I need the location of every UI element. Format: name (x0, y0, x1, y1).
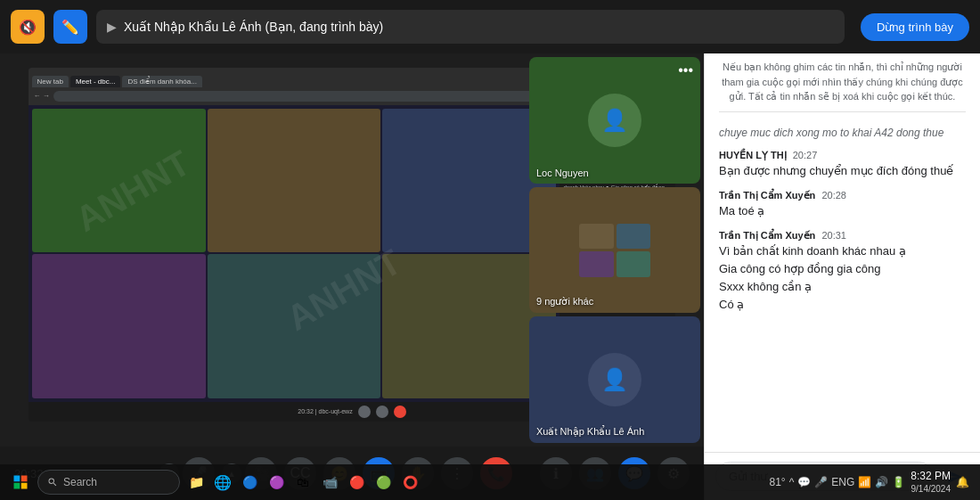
search-icon (47, 477, 58, 488)
start-button[interactable] (7, 469, 34, 496)
chat-msg-xuyen1: Trần Thị Cẩm Xuyến 20:28 Ma toé ạ (719, 190, 966, 219)
taskbar-app2[interactable]: 🟢 (371, 470, 396, 495)
group-thumb-4 (617, 251, 651, 277)
taskbar-app1[interactable]: 🔴 (344, 470, 369, 495)
nested-mic-btn (358, 406, 371, 418)
taskbar-right-area: 81° ^ 💬 🎤 ENG 📶 🔊 🔋 8:32 PM 9/14/2024 🔔 (769, 470, 973, 496)
nested-video-5 (208, 254, 381, 398)
meeting-title: Xuất Nhập Khẩu Lê Ánh (Bạn, đang trình b… (124, 20, 383, 34)
sender-xuyen1: Trần Thị Cẩm Xuyến (719, 190, 815, 201)
time-xuyen2: 20:31 (821, 230, 846, 241)
browser-tab: New tab (32, 76, 69, 87)
up-arrow-icon[interactable]: ^ (789, 476, 795, 488)
system-tray-icons: 81° ^ 💬 🎤 ENG 📶 🔊 🔋 (769, 476, 905, 488)
chat-msg-text-xuyen3: Gia công có hợp đồng gia công (719, 261, 966, 277)
group-thumb-2 (617, 224, 651, 250)
search-bar[interactable]: Search (37, 470, 180, 495)
svg-rect-3 (21, 483, 28, 489)
chat-msg-text-xuyen5: Có ạ (719, 297, 966, 313)
group-label: 9 người khác (536, 296, 593, 307)
lang-display: ENG (831, 476, 854, 488)
taskbar-store[interactable]: 🛍 (290, 470, 315, 495)
chat-system-text: chuye muc dich xong mo to khai A42 dong … (719, 127, 966, 139)
taskbar-teams[interactable]: 🟣 (264, 470, 289, 495)
taskbar-edge[interactable]: 🌐 (210, 470, 235, 495)
loc-nguyen-avatar: 👤 (588, 94, 641, 147)
meeting-title-bar: ▶ Xuất Nhập Khẩu Lê Ánh (Bạn, đang trình… (96, 10, 845, 44)
group-thumbnails (579, 224, 650, 277)
search-label: Search (63, 476, 97, 488)
mute-icon-btn[interactable]: 🔇 (11, 10, 45, 44)
nested-video-2 (208, 109, 381, 252)
time-huyen: 20:27 (793, 150, 818, 160)
nested-video-4 (32, 254, 206, 398)
chat-msg-text-xuyen2: Vì bản chất kinh doanh khác nhau ạ (719, 243, 966, 259)
clock-time: 8:32 PM (911, 470, 951, 484)
taskbar-zoom[interactable]: 📹 (317, 470, 342, 495)
nested-end-btn (394, 406, 406, 418)
system-clock[interactable]: 8:32 PM 9/14/2024 (911, 470, 951, 496)
taskbar-explorer[interactable]: 📁 (184, 470, 208, 495)
tray-icon-1[interactable]: 💬 (797, 476, 811, 488)
chat-msg-xuyen2: Trần Thị Cẩm Xuyến 20:31 Vì bản chất kin… (719, 230, 966, 314)
sender-xuyen2: Trần Thị Cẩm Xuyến (719, 230, 815, 241)
svg-rect-1 (21, 476, 28, 482)
stop-presenting-button[interactable]: Dừng trình bày (861, 13, 969, 41)
taskbar-pinned-apps: 📁 🌐 🔵 🟣 🛍 📹 🔴 🟢 ⭕ (184, 470, 422, 495)
chat-info-text: Nếu bạn không ghim các tin nhắn, thì chỉ… (719, 56, 966, 112)
nav-back: ← → (34, 92, 50, 100)
notification-icon[interactable]: 🔔 (956, 476, 969, 488)
chat-msg-header-xuyen2: Trần Thị Cẩm Xuyến 20:31 (719, 230, 966, 242)
mic-tray-icon[interactable]: 🎤 (814, 476, 828, 488)
sender-huyen: HUYỀN LỴ THỊ (719, 150, 787, 160)
svg-rect-0 (14, 476, 20, 482)
nested-video-grid (29, 105, 560, 402)
chat-msg-header-huyen: HUYỀN LỴ THỊ 20:27 (719, 150, 966, 161)
group-thumb-3 (579, 251, 614, 277)
browser-tab-active: Meet - dbc... (70, 76, 120, 87)
nested-video-1 (32, 109, 206, 252)
chat-msg-text-huyen: Bạn được nhưng chuyển mục đích đóng thuế (719, 163, 966, 179)
taskbar-app3[interactable]: ⭕ (397, 470, 422, 495)
browser-tab-ds: DS điểm danh khóa... (122, 76, 201, 87)
taskbar-chrome[interactable]: 🔵 (237, 470, 262, 495)
video-column: 👤 Loc Nguyen ••• 9 người khác 👤 Xuất Nhậ… (526, 53, 704, 447)
xnk-avatar: 👤 (588, 353, 641, 406)
clock-date: 9/14/2024 (911, 483, 951, 495)
chat-msg-text-xuyen1: Ma toé ạ (719, 203, 966, 219)
battery-icon[interactable]: 🔋 (892, 476, 905, 488)
video-group: 9 người khác (529, 187, 700, 314)
present-icon: ▶ (107, 20, 117, 34)
group-thumb-1 (579, 224, 614, 250)
wifi-icon[interactable]: 📶 (858, 476, 871, 488)
taskbar: Search 📁 🌐 🔵 🟣 🛍 📹 🔴 🟢 ⭕ 81° ^ 💬 🎤 ENG 📶… (0, 464, 980, 500)
chat-msg-text-xuyen4: Sxxx không cần ạ (719, 279, 966, 295)
chat-msg-system: chuye muc dich xong mo to khai A42 dong … (719, 127, 966, 139)
chat-panel: Tin nhắn trong cuộc gọi ✕ Nếu bạn không … (704, 0, 980, 500)
windows-logo-icon (12, 474, 29, 490)
edit-icon-btn[interactable]: ✏️ (53, 10, 87, 44)
loc-nguyen-label: Loc Nguyen (536, 168, 589, 178)
volume-icon[interactable]: 🔊 (875, 476, 888, 488)
video-xnk: 👤 Xuất Nhập Khẩu Lê Ánh (529, 316, 700, 443)
chat-msg-header-xuyen1: Trần Thị Cẩm Xuyến 20:28 (719, 190, 966, 201)
chat-messages-list: Nếu bạn không ghim các tin nhắn, thì chỉ… (705, 45, 980, 452)
top-bar: 🔇 ✏️ ▶ Xuất Nhập Khẩu Lê Ánh (Bạn, đang … (0, 0, 980, 53)
nested-cam-btn (376, 406, 388, 418)
chat-msg-huyen: HUYỀN LỴ THỊ 20:27 Bạn được nhưng chuyển… (719, 150, 966, 179)
video-loc-nguyen: 👤 Loc Nguyen ••• (529, 57, 700, 184)
svg-rect-2 (14, 483, 20, 489)
time-xuyen1: 20:28 (821, 190, 846, 201)
loc-nguyen-options[interactable]: ••• (678, 62, 693, 78)
nested-time: 20:32 | dbc-uqt-ewz (298, 408, 352, 414)
temp-display: 81° (769, 476, 785, 488)
xnk-label: Xuất Nhập Khẩu Lê Ánh (536, 426, 644, 438)
